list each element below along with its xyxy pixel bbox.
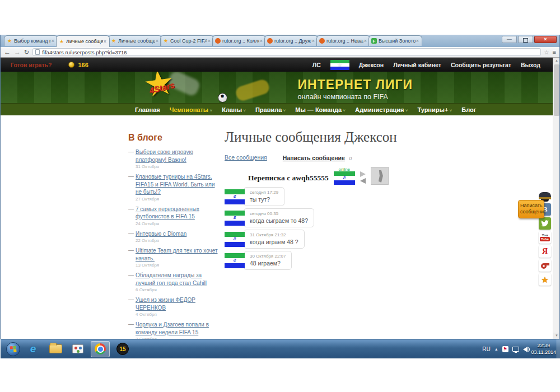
nav-item[interactable]: Кланы	[222, 106, 246, 113]
tab-close-icon[interactable]: ×	[155, 39, 159, 44]
scroll-down-icon[interactable]: ▼	[553, 333, 559, 339]
nav-item[interactable]: Администрация	[355, 106, 408, 113]
blog-post-link[interactable]: Выбери свою игровую платформу! Важно!	[136, 148, 220, 164]
star-badge-icon[interactable]: ★	[539, 273, 551, 286]
blog-list-item: Ultimate Team для тех кто хочет начать. …	[128, 247, 220, 268]
blog-post-link[interactable]: Интервью с Dioman	[136, 230, 220, 238]
maximize-button[interactable]	[518, 36, 533, 43]
nav-item[interactable]: Главная	[135, 106, 160, 113]
tab-close-icon[interactable]: ×	[363, 39, 367, 44]
tray-expand-icon[interactable]: ▲	[494, 347, 498, 351]
browser-tab[interactable]: rutor.org :: Дружба и не ×	[264, 35, 318, 46]
chrome-window: Выбор команд по итог × Личные сообщения …	[0, 35, 560, 339]
page-scrollbar[interactable]: ▲ ▼	[553, 58, 559, 339]
taskbar-chrome[interactable]	[91, 341, 110, 357]
nav-item[interactable]: Блог	[461, 106, 476, 113]
topbar-item-report[interactable]: Сообщить результат	[451, 62, 511, 68]
tab-favicon-icon	[59, 39, 64, 44]
tab-title: rutor.org :: Дружба и не	[274, 38, 311, 44]
messages-main: Личные сообщения Джексон Все сообщения Н…	[225, 129, 538, 272]
message-text: когда играем 48 ?	[250, 239, 298, 245]
topbar-item-logout[interactable]: Выход	[521, 62, 540, 68]
blog-list-item: 7 самых переоцененных футболистов в FIFA…	[128, 206, 220, 226]
ready-to-play-link[interactable]: Готов играть?	[11, 62, 52, 68]
taskbar-clock[interactable]: 22:39 03.11.2014	[531, 343, 556, 356]
blog-post-link[interactable]: Обладателем награды за лучший гол года с…	[136, 272, 220, 287]
network-icon[interactable]	[512, 347, 519, 352]
all-messages-link[interactable]: Все сообщения	[225, 154, 267, 161]
ie-icon: e	[30, 343, 36, 355]
tab-favicon-icon	[7, 38, 12, 44]
close-button[interactable]: ×	[534, 36, 557, 43]
grass-texture	[1, 72, 553, 103]
taskbar-fifa15[interactable]: 15	[113, 341, 132, 357]
tab-close-icon[interactable]: ×	[311, 39, 315, 44]
tab-title: Личные сообщения Дж	[118, 38, 155, 44]
scrollbar-thumb[interactable]	[554, 64, 559, 116]
blog-post-link[interactable]: Клановые турниры на 4Stars, FIFA15 и FIF…	[136, 173, 220, 196]
action-center-flag-icon[interactable]: ⚑	[502, 346, 508, 352]
browser-tab[interactable]: Выбор команд по итог ×	[4, 35, 58, 46]
browser-tab[interactable]: rutor.org :: Неваляшка 2 ×	[316, 35, 370, 46]
tab-title: Cool Cup-2 FIFA15 PC. FI	[170, 38, 207, 44]
tab-close-icon[interactable]: ×	[103, 39, 107, 44]
menu-icon[interactable]: ≡	[553, 49, 556, 55]
whistle-icon[interactable]	[539, 259, 551, 272]
blog-post-date: 22 Октября	[136, 238, 220, 243]
blog-post-link[interactable]: Чорлука и Дзагоев попали в команду недел…	[136, 321, 220, 336]
reload-icon[interactable]: ↻	[24, 49, 29, 56]
blog-post-link[interactable]: Ultimate Team для тех кто хочет начать.	[136, 247, 220, 262]
sort-arrows[interactable]	[360, 171, 366, 185]
topbar-item-username[interactable]: Джексон	[359, 62, 384, 68]
opponent-avatar[interactable]	[371, 167, 389, 185]
compose-message-link[interactable]: Написать сообщение	[283, 155, 345, 161]
taskbar-explorer[interactable]	[46, 341, 65, 357]
topbar-item-cabinet[interactable]: Личный кабинет	[393, 62, 441, 68]
yandex-icon[interactable]: Я	[539, 245, 551, 258]
taskbar-paint[interactable]	[68, 341, 87, 357]
topbar-item-ls[interactable]: ЛС	[312, 62, 321, 68]
message-text: 48 играем?	[250, 260, 286, 267]
paint-icon	[72, 344, 83, 353]
twitter-icon[interactable]	[539, 217, 551, 230]
tab-close-icon[interactable]: ×	[51, 39, 55, 44]
message-links-row: Все сообщения Написать сообщение 0	[225, 152, 538, 162]
taskbar-ie[interactable]: e	[24, 341, 43, 357]
tab-strip: Выбор команд по итог × Личные сообщения …	[1, 35, 559, 47]
blog-list-item: Обладателем награды за лучший гол года с…	[128, 272, 220, 292]
site-logo[interactable]: ★ 4Stars	[143, 72, 197, 103]
language-indicator[interactable]: RU	[482, 346, 490, 352]
browser-tab[interactable]: rutor.org :: Коллекция то ×	[212, 35, 266, 46]
tab-close-icon[interactable]: ×	[207, 39, 211, 44]
main-nav: ГлавнаяЧемпионатыКланыПравилаМы — Команд…	[1, 103, 553, 115]
browser-tab[interactable]: Cool Cup-2 FIFA15 PC. FI ×	[160, 35, 214, 46]
browser-tab[interactable]: Высший Золото Serie A ×	[368, 35, 422, 46]
address-bar[interactable]: fifa4stars.ru/userposts.php?id=3716	[32, 48, 540, 56]
start-button[interactable]	[6, 342, 20, 356]
forward-icon[interactable]: →	[14, 49, 21, 55]
nav-item[interactable]: Мы — Команда	[295, 106, 346, 113]
scroll-up-icon[interactable]: ▲	[553, 58, 559, 64]
folder-icon	[49, 344, 62, 353]
bookmark-star-icon[interactable]: ☆	[544, 49, 549, 55]
nav-item[interactable]: Турниры+	[417, 106, 452, 113]
tab-favicon-icon	[163, 38, 169, 44]
compose-tooltip[interactable]: Написать сообщение	[518, 200, 544, 218]
blog-post-link[interactable]: Ушел из жизни ФЕДОР ЧЕРЕНКОВ	[136, 296, 220, 311]
tab-close-icon[interactable]: ×	[416, 39, 419, 44]
clock-time: 22:39	[538, 343, 550, 348]
browser-tab[interactable]: Личные сообщения Дж ×	[56, 35, 110, 47]
tab-favicon-icon	[371, 38, 377, 44]
arrow-left-icon	[360, 178, 366, 184]
show-desktop-button[interactable]	[557, 339, 560, 359]
nav-item[interactable]: Чемпионаты	[170, 106, 212, 113]
tab-favicon-icon	[215, 38, 221, 44]
nav-item[interactable]: Правила	[255, 106, 286, 113]
browser-tab[interactable]: Личные сообщения Дж ×	[108, 35, 162, 46]
tab-close-icon[interactable]: ×	[259, 39, 263, 44]
minimize-button[interactable]: —	[502, 36, 517, 43]
speaker-icon[interactable]	[523, 347, 528, 352]
blog-post-link[interactable]: 7 самых переоцененных футболистов в FIFA…	[136, 206, 220, 221]
youtube-icon[interactable]: You Tube	[539, 231, 551, 244]
back-icon[interactable]: ←	[4, 49, 11, 55]
